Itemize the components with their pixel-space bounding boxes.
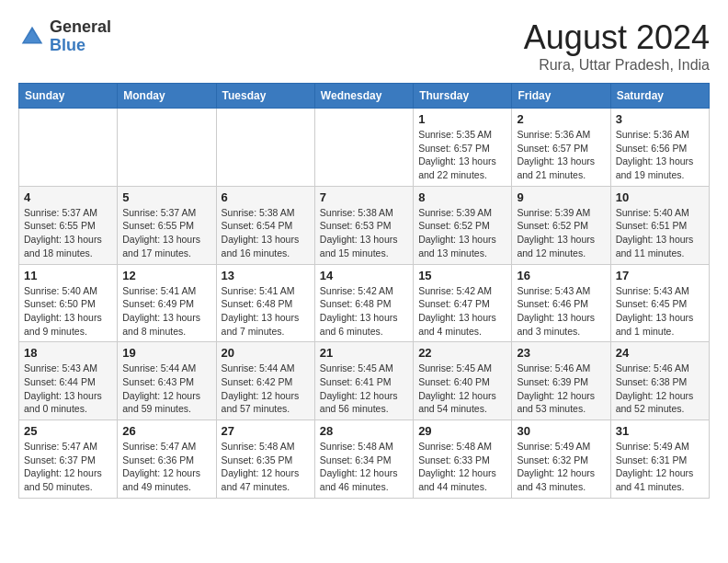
day-number: 2 <box>517 112 605 126</box>
logo-text: General Blue <box>50 18 111 55</box>
day-number: 19 <box>122 346 210 360</box>
logo: General Blue <box>18 18 111 55</box>
title-area: August 2024 Rura, Uttar Pradesh, India <box>524 18 710 74</box>
day-number: 1 <box>418 112 506 126</box>
day-number: 8 <box>418 190 506 204</box>
calendar-cell: 16Sunrise: 5:43 AM Sunset: 6:46 PM Dayli… <box>512 264 610 342</box>
weekday-header-thursday: Thursday <box>414 84 512 109</box>
day-info: Sunrise: 5:46 AM Sunset: 6:38 PM Dayligh… <box>616 362 704 416</box>
day-info: Sunrise: 5:43 AM Sunset: 6:46 PM Dayligh… <box>517 284 605 339</box>
day-number: 20 <box>222 346 310 360</box>
day-number: 13 <box>222 269 310 282</box>
day-info: Sunrise: 5:42 AM Sunset: 6:47 PM Dayligh… <box>418 284 506 339</box>
calendar-cell: 22Sunrise: 5:45 AM Sunset: 6:40 PM Dayli… <box>414 342 512 420</box>
weekday-header-tuesday: Tuesday <box>216 84 314 109</box>
calendar-cell: 8Sunrise: 5:39 AM Sunset: 6:52 PM Daylig… <box>414 186 512 264</box>
day-info: Sunrise: 5:41 AM Sunset: 6:48 PM Dayligh… <box>222 284 310 339</box>
calendar-cell: 14Sunrise: 5:42 AM Sunset: 6:48 PM Dayli… <box>314 264 413 342</box>
day-number: 9 <box>517 190 605 204</box>
calendar-cell: 11Sunrise: 5:40 AM Sunset: 6:50 PM Dayli… <box>19 264 118 342</box>
calendar-table: SundayMondayTuesdayWednesdayThursdayFrid… <box>18 83 710 499</box>
day-info: Sunrise: 5:41 AM Sunset: 6:49 PM Dayligh… <box>122 284 210 339</box>
calendar-cell: 5Sunrise: 5:37 AM Sunset: 6:55 PM Daylig… <box>118 186 216 264</box>
day-number: 7 <box>320 190 408 204</box>
calendar-cell: 20Sunrise: 5:44 AM Sunset: 6:42 PM Dayli… <box>216 342 314 420</box>
location-subtitle: Rura, Uttar Pradesh, India <box>524 57 710 74</box>
day-info: Sunrise: 5:46 AM Sunset: 6:39 PM Dayligh… <box>517 362 605 416</box>
calendar-cell <box>118 109 216 187</box>
day-number: 31 <box>616 424 704 438</box>
calendar-cell: 25Sunrise: 5:47 AM Sunset: 6:37 PM Dayli… <box>19 420 118 499</box>
day-number: 6 <box>222 190 310 204</box>
day-info: Sunrise: 5:44 AM Sunset: 6:43 PM Dayligh… <box>122 362 210 416</box>
day-number: 25 <box>24 424 112 438</box>
calendar-cell: 24Sunrise: 5:46 AM Sunset: 6:38 PM Dayli… <box>610 342 709 420</box>
day-info: Sunrise: 5:43 AM Sunset: 6:45 PM Dayligh… <box>616 284 704 339</box>
day-info: Sunrise: 5:35 AM Sunset: 6:57 PM Dayligh… <box>418 128 506 182</box>
calendar-cell: 31Sunrise: 5:49 AM Sunset: 6:31 PM Dayli… <box>610 420 709 499</box>
day-info: Sunrise: 5:37 AM Sunset: 6:55 PM Dayligh… <box>122 206 210 260</box>
weekday-header-friday: Friday <box>512 84 610 109</box>
day-info: Sunrise: 5:42 AM Sunset: 6:48 PM Dayligh… <box>320 284 408 339</box>
calendar-cell <box>19 109 118 187</box>
calendar-cell: 28Sunrise: 5:48 AM Sunset: 6:34 PM Dayli… <box>314 420 413 499</box>
calendar-cell: 21Sunrise: 5:45 AM Sunset: 6:41 PM Dayli… <box>314 342 413 420</box>
day-info: Sunrise: 5:45 AM Sunset: 6:41 PM Dayligh… <box>320 362 408 416</box>
day-info: Sunrise: 5:40 AM Sunset: 6:51 PM Dayligh… <box>616 206 704 260</box>
day-number: 11 <box>24 269 112 282</box>
calendar-cell: 15Sunrise: 5:42 AM Sunset: 6:47 PM Dayli… <box>414 264 512 342</box>
calendar-cell: 23Sunrise: 5:46 AM Sunset: 6:39 PM Dayli… <box>512 342 610 420</box>
weekday-header-saturday: Saturday <box>610 84 709 109</box>
month-year-title: August 2024 <box>524 18 710 57</box>
day-info: Sunrise: 5:37 AM Sunset: 6:55 PM Dayligh… <box>24 206 112 260</box>
calendar-cell: 2Sunrise: 5:36 AM Sunset: 6:57 PM Daylig… <box>512 109 610 187</box>
calendar-cell: 12Sunrise: 5:41 AM Sunset: 6:49 PM Dayli… <box>118 264 216 342</box>
day-number: 29 <box>418 424 506 438</box>
day-number: 27 <box>222 424 310 438</box>
calendar-cell: 13Sunrise: 5:41 AM Sunset: 6:48 PM Dayli… <box>216 264 314 342</box>
day-number: 17 <box>616 269 704 282</box>
day-info: Sunrise: 5:39 AM Sunset: 6:52 PM Dayligh… <box>517 206 605 260</box>
day-info: Sunrise: 5:47 AM Sunset: 6:36 PM Dayligh… <box>122 440 210 494</box>
day-number: 12 <box>122 269 210 282</box>
calendar-cell: 3Sunrise: 5:36 AM Sunset: 6:56 PM Daylig… <box>610 109 709 187</box>
calendar-cell <box>314 109 413 187</box>
day-number: 3 <box>616 112 704 126</box>
day-info: Sunrise: 5:38 AM Sunset: 6:54 PM Dayligh… <box>222 206 310 260</box>
calendar-cell: 27Sunrise: 5:48 AM Sunset: 6:35 PM Dayli… <box>216 420 314 499</box>
day-info: Sunrise: 5:48 AM Sunset: 6:35 PM Dayligh… <box>222 440 310 494</box>
calendar-cell: 29Sunrise: 5:48 AM Sunset: 6:33 PM Dayli… <box>414 420 512 499</box>
weekday-header-sunday: Sunday <box>19 84 118 109</box>
day-number: 28 <box>320 424 408 438</box>
weekday-header-row: SundayMondayTuesdayWednesdayThursdayFrid… <box>19 84 710 109</box>
day-number: 15 <box>418 269 506 282</box>
day-number: 16 <box>517 269 605 282</box>
day-info: Sunrise: 5:49 AM Sunset: 6:31 PM Dayligh… <box>616 440 704 494</box>
calendar-cell: 30Sunrise: 5:49 AM Sunset: 6:32 PM Dayli… <box>512 420 610 499</box>
day-number: 22 <box>418 346 506 360</box>
day-number: 18 <box>24 346 112 360</box>
day-info: Sunrise: 5:45 AM Sunset: 6:40 PM Dayligh… <box>418 362 506 416</box>
day-info: Sunrise: 5:36 AM Sunset: 6:56 PM Dayligh… <box>616 128 704 182</box>
logo-icon <box>18 23 46 51</box>
day-number: 26 <box>122 424 210 438</box>
day-info: Sunrise: 5:36 AM Sunset: 6:57 PM Dayligh… <box>517 128 605 182</box>
day-number: 23 <box>517 346 605 360</box>
day-info: Sunrise: 5:47 AM Sunset: 6:37 PM Dayligh… <box>24 440 112 494</box>
calendar-cell: 17Sunrise: 5:43 AM Sunset: 6:45 PM Dayli… <box>610 264 709 342</box>
weekday-header-monday: Monday <box>118 84 216 109</box>
day-info: Sunrise: 5:38 AM Sunset: 6:53 PM Dayligh… <box>320 206 408 260</box>
day-number: 5 <box>122 190 210 204</box>
day-info: Sunrise: 5:39 AM Sunset: 6:52 PM Dayligh… <box>418 206 506 260</box>
day-number: 4 <box>24 190 112 204</box>
calendar-week-row: 4Sunrise: 5:37 AM Sunset: 6:55 PM Daylig… <box>19 186 710 264</box>
calendar-cell: 10Sunrise: 5:40 AM Sunset: 6:51 PM Dayli… <box>610 186 709 264</box>
calendar-week-row: 18Sunrise: 5:43 AM Sunset: 6:44 PM Dayli… <box>19 342 710 420</box>
day-number: 30 <box>517 424 605 438</box>
day-info: Sunrise: 5:48 AM Sunset: 6:34 PM Dayligh… <box>320 440 408 494</box>
day-number: 14 <box>320 269 408 282</box>
calendar-week-row: 25Sunrise: 5:47 AM Sunset: 6:37 PM Dayli… <box>19 420 710 499</box>
calendar-cell: 4Sunrise: 5:37 AM Sunset: 6:55 PM Daylig… <box>19 186 118 264</box>
day-info: Sunrise: 5:44 AM Sunset: 6:42 PM Dayligh… <box>222 362 310 416</box>
day-info: Sunrise: 5:40 AM Sunset: 6:50 PM Dayligh… <box>24 284 112 339</box>
